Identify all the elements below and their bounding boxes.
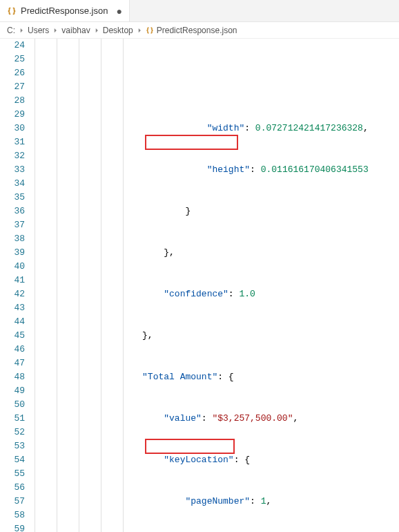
line-number: 40 [0,260,25,274]
line-number: 57 [0,495,25,509]
json-file-icon [7,6,17,16]
highlight-prepared-by [145,439,235,454]
line-number: 33 [0,163,25,177]
line-number: 54 [0,453,25,467]
editor-tab[interactable]: PredictResponse.json ● [0,0,130,21]
chevron-right-icon [52,27,59,34]
line-number: 45 [0,329,25,343]
line-number: 51 [0,412,25,426]
line-number: 25 [0,53,25,66]
line-number: 38 [0,232,25,246]
line-number: 32 [0,149,25,163]
code-editor[interactable]: 2425262728293031323334353637383940414243… [0,39,399,532]
line-number: 30 [0,122,25,135]
line-number: 31 [0,135,25,149]
line-number: 37 [0,218,25,232]
line-number: 42 [0,287,25,301]
line-number: 36 [0,205,25,218]
breadcrumb-part[interactable]: C: [7,26,15,35]
line-number: 44 [0,315,25,329]
code-content[interactable]: "width": 0.072712421417236328, "height":… [35,39,399,532]
breadcrumb: C: Users vaibhav Desktop PredictResponse… [0,22,399,39]
line-number: 29 [0,108,25,122]
chevron-right-icon [93,27,100,34]
line-number: 56 [0,481,25,495]
line-number: 58 [0,509,25,522]
line-number: 39 [0,246,25,260]
line-number: 48 [0,370,25,384]
line-number-gutter: 2425262728293031323334353637383940414243… [0,39,35,532]
breadcrumb-part[interactable]: Desktop [103,26,133,35]
line-number: 50 [0,398,25,412]
json-file-icon [146,26,154,35]
dirty-indicator-icon: ● [116,6,121,17]
line-number: 24 [0,39,25,53]
line-number: 43 [0,301,25,315]
line-number: 52 [0,426,25,439]
line-number: 34 [0,177,25,191]
chevron-right-icon [18,27,25,34]
line-number: 47 [0,357,25,370]
tab-bar: PredictResponse.json ● [0,0,399,22]
line-number: 46 [0,343,25,357]
tab-filename: PredictResponse.json [21,6,108,16]
breadcrumb-part[interactable]: vaibhav [61,26,90,35]
line-number: 55 [0,467,25,481]
line-number: 27 [0,80,25,94]
highlight-total-amount [145,135,238,150]
line-number: 35 [0,191,25,205]
line-number: 53 [0,439,25,453]
line-number: 26 [0,66,25,80]
breadcrumb-part[interactable]: Users [28,26,49,35]
line-number: 59 [0,522,25,532]
line-number: 41 [0,274,25,287]
line-number: 49 [0,384,25,398]
chevron-right-icon [136,27,143,34]
breadcrumb-file[interactable]: PredictResponse.json [157,26,237,35]
line-number: 28 [0,94,25,108]
